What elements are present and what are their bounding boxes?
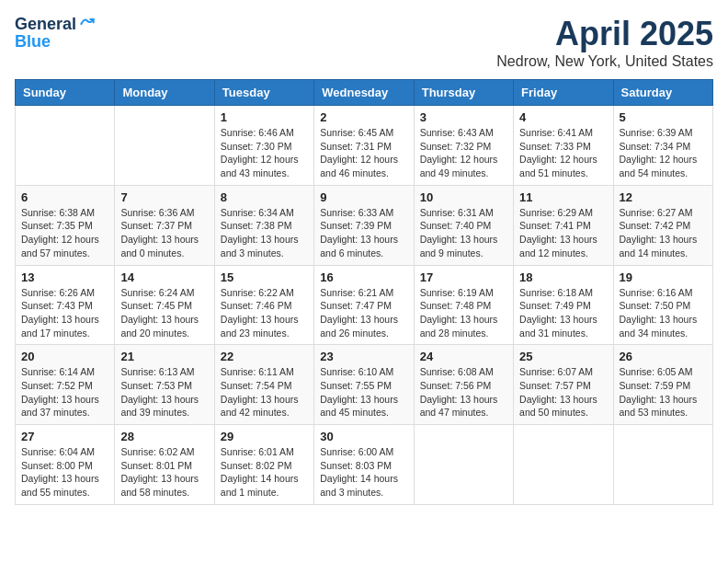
day-info: Sunrise: 6:14 AMSunset: 7:52 PMDaylight:…: [21, 365, 108, 419]
calendar-cell: 29Sunrise: 6:01 AMSunset: 8:02 PMDayligh…: [214, 425, 313, 505]
title-area: April 2025 Nedrow, New York, United Stat…: [496, 15, 713, 70]
day-info: Sunrise: 6:26 AMSunset: 7:43 PMDaylight:…: [21, 286, 108, 340]
calendar-cell: 4Sunrise: 6:41 AMSunset: 7:33 PMDaylight…: [514, 106, 613, 186]
calendar-cell: [414, 425, 513, 505]
calendar-cell: 13Sunrise: 6:26 AMSunset: 7:43 PMDayligh…: [16, 265, 115, 345]
calendar-cell: 28Sunrise: 6:02 AMSunset: 8:01 PMDayligh…: [115, 425, 214, 505]
day-info: Sunrise: 6:08 AMSunset: 7:56 PMDaylight:…: [420, 365, 507, 419]
day-number: 5: [620, 110, 707, 124]
calendar-cell: 10Sunrise: 6:31 AMSunset: 7:40 PMDayligh…: [414, 185, 513, 265]
calendar-week-row: 6Sunrise: 6:38 AMSunset: 7:35 PMDaylight…: [16, 185, 713, 265]
calendar-cell: 14Sunrise: 6:24 AMSunset: 7:45 PMDayligh…: [115, 265, 214, 345]
weekday-header-saturday: Saturday: [613, 80, 712, 106]
day-number: 22: [221, 350, 308, 363]
day-number: 12: [620, 190, 707, 204]
day-number: 8: [221, 190, 308, 204]
location-title: Nedrow, New York, United States: [496, 53, 713, 70]
day-info: Sunrise: 6:38 AMSunset: 7:35 PMDaylight:…: [21, 206, 108, 260]
calendar-cell: [16, 106, 115, 186]
day-number: 24: [420, 350, 507, 363]
day-number: 3: [420, 110, 507, 124]
day-number: 20: [21, 350, 108, 363]
day-number: 27: [21, 430, 108, 443]
calendar-week-row: 13Sunrise: 6:26 AMSunset: 7:43 PMDayligh…: [16, 265, 713, 345]
calendar-cell: [514, 425, 613, 505]
calendar-cell: 19Sunrise: 6:16 AMSunset: 7:50 PMDayligh…: [613, 265, 712, 345]
logo-blue: Blue: [15, 33, 51, 50]
day-info: Sunrise: 6:19 AMSunset: 7:48 PMDaylight:…: [420, 286, 507, 340]
day-number: 19: [620, 270, 707, 284]
day-info: Sunrise: 6:39 AMSunset: 7:34 PMDaylight:…: [620, 126, 707, 180]
day-number: 4: [519, 110, 607, 124]
day-info: Sunrise: 6:33 AMSunset: 7:39 PMDaylight:…: [320, 206, 407, 260]
day-info: Sunrise: 6:13 AMSunset: 7:53 PMDaylight:…: [120, 365, 208, 419]
calendar-cell: 2Sunrise: 6:45 AMSunset: 7:31 PMDaylight…: [314, 106, 414, 186]
calendar-cell: 5Sunrise: 6:39 AMSunset: 7:34 PMDaylight…: [613, 106, 712, 186]
calendar-cell: 27Sunrise: 6:04 AMSunset: 8:00 PMDayligh…: [16, 425, 115, 505]
calendar-cell: 23Sunrise: 6:10 AMSunset: 7:55 PMDayligh…: [314, 345, 414, 425]
weekday-header-monday: Monday: [115, 80, 214, 106]
day-number: 16: [320, 270, 407, 284]
calendar-cell: 3Sunrise: 6:43 AMSunset: 7:32 PMDaylight…: [414, 106, 513, 186]
day-info: Sunrise: 6:18 AMSunset: 7:49 PMDaylight:…: [519, 286, 607, 340]
day-number: 2: [320, 110, 407, 124]
month-title: April 2025: [496, 15, 713, 53]
calendar-cell: 22Sunrise: 6:11 AMSunset: 7:54 PMDayligh…: [214, 345, 313, 425]
day-info: Sunrise: 6:04 AMSunset: 8:00 PMDaylight:…: [21, 445, 108, 500]
day-info: Sunrise: 6:01 AMSunset: 8:02 PMDaylight:…: [221, 445, 308, 500]
day-info: Sunrise: 6:31 AMSunset: 7:40 PMDaylight:…: [420, 206, 507, 260]
logo-general: General: [15, 16, 76, 32]
day-info: Sunrise: 6:46 AMSunset: 7:30 PMDaylight:…: [221, 126, 308, 180]
weekday-header-row: SundayMondayTuesdayWednesdayThursdayFrid…: [16, 80, 713, 106]
day-number: 29: [221, 430, 308, 443]
calendar-week-row: 1Sunrise: 6:46 AMSunset: 7:30 PMDaylight…: [16, 106, 713, 186]
day-info: Sunrise: 6:02 AMSunset: 8:01 PMDaylight:…: [120, 445, 208, 500]
calendar-cell: 1Sunrise: 6:46 AMSunset: 7:30 PMDaylight…: [214, 106, 313, 186]
calendar-cell: [613, 425, 712, 505]
weekday-header-friday: Friday: [514, 80, 613, 106]
weekday-header-sunday: Sunday: [16, 80, 115, 106]
calendar-cell: 9Sunrise: 6:33 AMSunset: 7:39 PMDaylight…: [314, 185, 414, 265]
day-info: Sunrise: 6:41 AMSunset: 7:33 PMDaylight:…: [519, 126, 607, 180]
day-number: 18: [519, 270, 607, 284]
day-info: Sunrise: 6:22 AMSunset: 7:46 PMDaylight:…: [221, 286, 308, 340]
calendar-cell: 30Sunrise: 6:00 AMSunset: 8:03 PMDayligh…: [314, 425, 414, 505]
day-number: 6: [21, 190, 108, 204]
day-info: Sunrise: 6:36 AMSunset: 7:37 PMDaylight:…: [120, 206, 208, 260]
calendar-cell: 7Sunrise: 6:36 AMSunset: 7:37 PMDaylight…: [115, 185, 214, 265]
day-info: Sunrise: 6:45 AMSunset: 7:31 PMDaylight:…: [320, 126, 407, 180]
calendar-cell: 8Sunrise: 6:34 AMSunset: 7:38 PMDaylight…: [214, 185, 313, 265]
calendar-cell: 26Sunrise: 6:05 AMSunset: 7:59 PMDayligh…: [613, 345, 712, 425]
calendar-cell: 12Sunrise: 6:27 AMSunset: 7:42 PMDayligh…: [613, 185, 712, 265]
day-number: 1: [221, 110, 308, 124]
calendar-week-row: 27Sunrise: 6:04 AMSunset: 8:00 PMDayligh…: [16, 425, 713, 505]
day-number: 26: [620, 350, 707, 363]
day-number: 11: [519, 190, 607, 204]
day-number: 30: [320, 430, 407, 443]
calendar-cell: 16Sunrise: 6:21 AMSunset: 7:47 PMDayligh…: [314, 265, 414, 345]
day-number: 7: [120, 190, 208, 204]
day-info: Sunrise: 6:34 AMSunset: 7:38 PMDaylight:…: [221, 206, 308, 260]
calendar-cell: 17Sunrise: 6:19 AMSunset: 7:48 PMDayligh…: [414, 265, 513, 345]
calendar-cell: 15Sunrise: 6:22 AMSunset: 7:46 PMDayligh…: [214, 265, 313, 345]
day-info: Sunrise: 6:07 AMSunset: 7:57 PMDaylight:…: [519, 365, 607, 419]
day-number: 28: [120, 430, 208, 443]
calendar-cell: 11Sunrise: 6:29 AMSunset: 7:41 PMDayligh…: [514, 185, 613, 265]
day-info: Sunrise: 6:21 AMSunset: 7:47 PMDaylight:…: [320, 286, 407, 340]
calendar-week-row: 20Sunrise: 6:14 AMSunset: 7:52 PMDayligh…: [16, 345, 713, 425]
calendar: SundayMondayTuesdayWednesdayThursdayFrid…: [15, 79, 713, 505]
day-info: Sunrise: 6:05 AMSunset: 7:59 PMDaylight:…: [620, 365, 707, 419]
day-number: 14: [120, 270, 208, 284]
day-number: 17: [420, 270, 507, 284]
day-number: 10: [420, 190, 507, 204]
calendar-cell: 20Sunrise: 6:14 AMSunset: 7:52 PMDayligh…: [16, 345, 115, 425]
calendar-cell: 6Sunrise: 6:38 AMSunset: 7:35 PMDaylight…: [16, 185, 115, 265]
calendar-cell: 21Sunrise: 6:13 AMSunset: 7:53 PMDayligh…: [115, 345, 214, 425]
day-info: Sunrise: 6:11 AMSunset: 7:54 PMDaylight:…: [221, 365, 308, 419]
day-number: 25: [519, 350, 607, 363]
logo: General Blue: [15, 15, 97, 50]
day-info: Sunrise: 6:00 AMSunset: 8:03 PMDaylight:…: [320, 445, 407, 500]
day-number: 13: [21, 270, 108, 284]
day-number: 15: [221, 270, 308, 284]
day-info: Sunrise: 6:10 AMSunset: 7:55 PMDaylight:…: [320, 365, 407, 419]
